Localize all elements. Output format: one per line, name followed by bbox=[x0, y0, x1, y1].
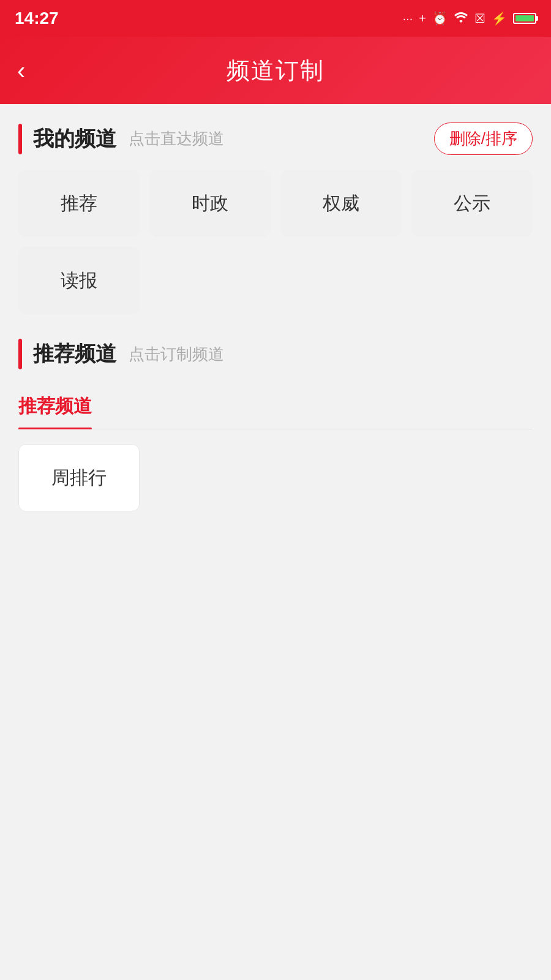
my-channels-action: 删除/排序 bbox=[434, 123, 533, 155]
my-channels-grid: 推荐 时政 权威 公示 读报 bbox=[18, 170, 533, 314]
status-time: 14:27 bbox=[15, 9, 59, 28]
channel-item-shizheng[interactable]: 时政 bbox=[149, 170, 271, 237]
wifi-icon bbox=[454, 11, 468, 26]
channel-item-dubao[interactable]: 读报 bbox=[18, 247, 140, 314]
delete-sort-button[interactable]: 删除/排序 bbox=[434, 123, 533, 155]
status-bar: 14:27 ··· + ⏰ ☒ ⚡ bbox=[0, 0, 551, 37]
dots-icon: ··· bbox=[403, 12, 413, 26]
my-channels-subtitle: 点击直达频道 bbox=[129, 128, 224, 149]
sim-icon: ☒ bbox=[474, 11, 485, 26]
channel-item-quanwei[interactable]: 权威 bbox=[280, 170, 402, 237]
bluetooth-icon: + bbox=[419, 12, 426, 26]
recommended-tabs: 推荐频道 bbox=[18, 384, 533, 429]
tab-recommended[interactable]: 推荐频道 bbox=[18, 384, 92, 429]
recommended-channels-title: 推荐频道 bbox=[33, 340, 116, 368]
my-channels-header: 我的频道 点击直达频道 删除/排序 bbox=[18, 123, 533, 155]
recommended-channels-subtitle: 点击订制频道 bbox=[129, 344, 224, 365]
content: 我的频道 点击直达频道 删除/排序 推荐 时政 权威 公示 读报 bbox=[0, 104, 551, 980]
back-button[interactable]: ‹ bbox=[17, 58, 25, 83]
my-channels-section: 我的频道 点击直达频道 删除/排序 推荐 时政 权威 公示 读报 bbox=[18, 123, 533, 314]
header: ‹ 频道订制 bbox=[0, 37, 551, 104]
channel-item-tuijian[interactable]: 推荐 bbox=[18, 170, 140, 237]
channel-item-gongshi[interactable]: 公示 bbox=[411, 170, 533, 237]
section-bar-indicator-2 bbox=[18, 339, 22, 369]
battery-icon bbox=[513, 13, 536, 24]
section-bar-indicator bbox=[18, 124, 22, 154]
status-icons: ··· + ⏰ ☒ ⚡ bbox=[403, 11, 536, 26]
charge-icon: ⚡ bbox=[492, 11, 507, 26]
my-channels-title: 我的频道 bbox=[33, 125, 116, 153]
page-title: 频道订制 bbox=[227, 55, 324, 86]
recommended-channels-section: 推荐频道 点击订制频道 推荐频道 周排行 bbox=[18, 339, 533, 511]
recommended-item-zhoupaihang[interactable]: 周排行 bbox=[18, 444, 140, 511]
recommended-grid: 周排行 bbox=[18, 444, 533, 511]
alarm-icon: ⏰ bbox=[432, 11, 448, 26]
recommended-channels-header: 推荐频道 点击订制频道 bbox=[18, 339, 533, 369]
